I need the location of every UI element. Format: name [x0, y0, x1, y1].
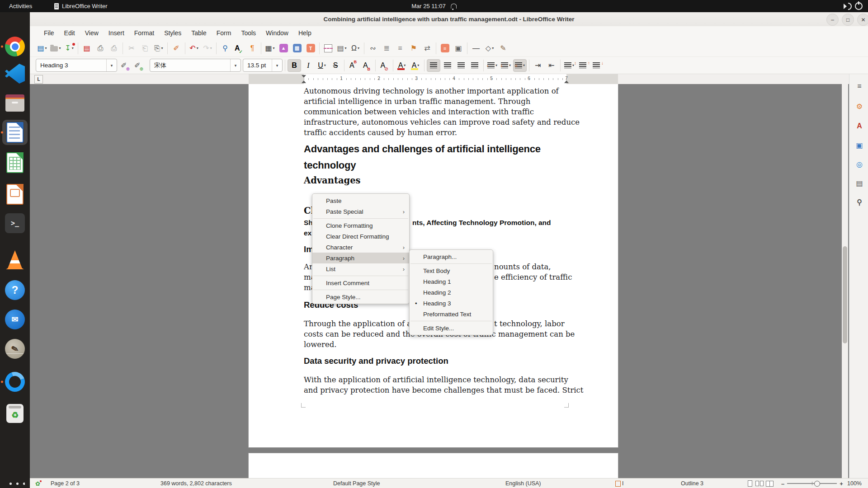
paragraph-style-combo[interactable]: Heading 3 ▾ — [36, 59, 117, 72]
align-left-button[interactable] — [427, 59, 440, 72]
dock-item-thunderbird[interactable]: ✉ — [2, 307, 28, 332]
open-folder-button[interactable]: ▾ — [49, 42, 62, 54]
dock-item-gimp[interactable]: ✎ — [2, 336, 28, 361]
submenu-item-preformatted-text[interactable]: Preformatted Text — [410, 309, 493, 319]
zoom-percent[interactable]: 100% — [847, 479, 862, 488]
special-character-button[interactable]: Ω▾ — [349, 42, 362, 54]
clock-menu[interactable]: Mar 25 11:07 — [411, 0, 457, 12]
export-pdf-button[interactable]: ▤ — [80, 42, 93, 54]
dock-item-writer[interactable] — [2, 120, 28, 145]
formatting-marks-button[interactable]: ¶ — [246, 42, 259, 54]
align-center-button[interactable] — [441, 60, 454, 71]
print-preview-button[interactable]: ⎙ — [108, 42, 120, 54]
dock-item-impress[interactable] — [2, 182, 28, 207]
redo-dropdown-icon[interactable]: ▾ — [210, 46, 212, 50]
outline-list-dropdown-icon[interactable]: ▾ — [523, 63, 525, 67]
font-name-combo[interactable]: 宋体 ▾ — [150, 59, 241, 72]
multi-page-view-icon[interactable] — [755, 481, 764, 486]
dock-item-vscode[interactable] — [2, 61, 28, 86]
menubar-item-insert[interactable]: Insert — [104, 26, 129, 40]
insert-footnote-button[interactable]: ≣ — [380, 42, 393, 54]
insert-bookmark-button[interactable]: ⚑ — [407, 42, 420, 54]
clear-direct-formatting-button[interactable]: A⊘ — [378, 60, 391, 71]
save-button[interactable]: ↧▾ — [63, 42, 75, 54]
zoom-slider[interactable]: – + — [781, 479, 843, 488]
first-line-indent-marker[interactable] — [302, 75, 306, 78]
menubar-item-tools[interactable]: Tools — [236, 26, 261, 40]
navigator-icon[interactable]: ◎ — [854, 158, 865, 170]
left-indent-marker[interactable] — [302, 80, 306, 83]
horizontal-line-button[interactable]: — — [470, 42, 482, 54]
dock-item-vlc[interactable] — [2, 247, 28, 272]
submenu-item-heading-3[interactable]: Heading 3• — [410, 298, 493, 309]
dock-item-files[interactable] — [2, 90, 28, 115]
open-folder-dropdown-icon[interactable]: ▾ — [59, 46, 61, 50]
insert-field-button[interactable]: ▤▾ — [335, 42, 348, 54]
sidebar-menu-icon[interactable]: ≡ — [854, 80, 865, 92]
menubar-item-file[interactable]: File — [39, 26, 59, 40]
undo-button[interactable]: ↶▾ — [188, 42, 200, 54]
zoom-slider-track[interactable] — [787, 483, 837, 484]
new-document-dropdown-icon[interactable]: ▾ — [45, 46, 47, 50]
save-dropdown-icon[interactable]: ▾ — [72, 46, 74, 50]
underline-dropdown-icon[interactable]: ▾ — [324, 63, 326, 67]
context-menu-item-paste-special[interactable]: Paste Special› — [312, 206, 409, 217]
context-menu-item-insert-comment[interactable]: Insert Comment — [312, 277, 409, 288]
align-right-button[interactable] — [455, 60, 467, 71]
cut-button[interactable]: ✂ — [125, 42, 138, 54]
new-document-button[interactable]: ▤▾ — [36, 42, 48, 54]
menubar-item-edit[interactable]: Edit — [59, 26, 80, 40]
hyperlink-button[interactable]: ∾ — [367, 42, 379, 54]
paste-dropdown-icon[interactable]: ▾ — [161, 46, 163, 50]
find-replace-button[interactable]: ⚲ — [219, 42, 231, 54]
para-space-decrease-button[interactable]: ↓ — [590, 60, 603, 71]
paste-button[interactable]: ⎘▾ — [152, 42, 165, 54]
text-language[interactable]: English (USA) — [505, 479, 541, 488]
dock-item-help[interactable]: ? — [2, 277, 28, 303]
menubar-item-format[interactable]: Format — [129, 26, 159, 40]
highlight-color-button[interactable]: A▾ — [409, 60, 422, 71]
dock-item-show-applications[interactable] — [2, 475, 28, 488]
menubar-item-table[interactable]: Table — [186, 26, 211, 40]
insert-chart-button[interactable]: ▥ — [291, 42, 303, 54]
subscript-button[interactable]: AB — [360, 60, 373, 71]
view-layout-switcher[interactable] — [748, 479, 774, 488]
style-inspector-icon[interactable]: ⚲ — [854, 196, 865, 208]
menubar-item-view[interactable]: View — [80, 26, 104, 40]
dock-item-calc[interactable] — [2, 150, 28, 175]
gallery-icon[interactable]: ▣ — [854, 139, 865, 151]
context-menu-item-paste[interactable]: Paste — [312, 195, 409, 206]
spelling-button[interactable]: A✓ — [232, 42, 245, 54]
page-break-button[interactable] — [322, 42, 335, 54]
context-menu-item-paragraph[interactable]: Paragraph› — [312, 253, 409, 263]
align-justify-button[interactable] — [468, 60, 481, 71]
copy-button[interactable]: ⎗ — [139, 42, 151, 54]
basic-shapes-button[interactable]: ◇▾ — [483, 42, 496, 54]
submenu-item-paragraph[interactable]: Paragraph... — [410, 251, 493, 262]
highlight-color-dropdown-icon[interactable]: ▾ — [417, 63, 419, 67]
context-menu-item-list[interactable]: List› — [312, 263, 409, 274]
insert-cross-reference-button[interactable]: ⇄ — [421, 42, 434, 54]
insert-table-button[interactable]: ▦▾ — [264, 42, 276, 54]
menubar-item-help[interactable]: Help — [293, 26, 316, 40]
context-menu-item-clone-formatting[interactable]: Clone Formatting — [312, 220, 409, 231]
minimize-button[interactable]: – — [826, 14, 839, 26]
submenu-item-heading-2[interactable]: Heading 2 — [410, 287, 493, 298]
unordered-list-dropdown-icon[interactable]: ▾ — [495, 63, 497, 67]
print-button[interactable]: ⎙ — [94, 42, 107, 54]
new-style-button[interactable]: ✐⊕ — [132, 60, 145, 71]
font-color-dropdown-icon[interactable]: ▾ — [404, 63, 406, 67]
word-count[interactable]: 369 words, 2,802 characters — [160, 479, 232, 488]
font-size-combo[interactable]: 13.5 pt ▾ — [243, 59, 283, 72]
menubar-item-styles[interactable]: Styles — [159, 26, 186, 40]
styles-icon[interactable]: A — [854, 120, 865, 132]
show-draw-functions-button[interactable]: ✎ — [497, 42, 509, 54]
document-page-2[interactable] — [249, 453, 618, 478]
line-spacing-button[interactable]: ↕▾ — [563, 60, 576, 71]
update-style-button[interactable]: ✐⊗ — [119, 60, 132, 71]
context-menu-item-page-style[interactable]: Page Style... — [312, 291, 409, 302]
submenu-item-heading-1[interactable]: Heading 1 — [410, 276, 493, 287]
font-name-dropdown-icon[interactable]: ▾ — [230, 59, 241, 71]
underline-button[interactable]: U▾ — [316, 60, 328, 71]
insert-field-dropdown-icon[interactable]: ▾ — [345, 46, 347, 50]
